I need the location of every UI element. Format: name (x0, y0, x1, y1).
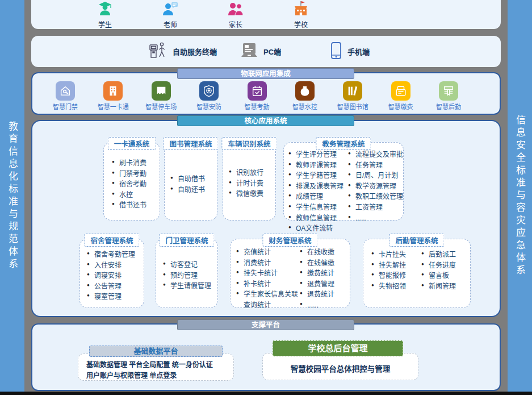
system-box-title: 宿舍管理系统 (84, 234, 139, 247)
system-box-title: 车辆识别系统 (221, 137, 277, 150)
terminal-mobile-label: 手机端 (347, 46, 370, 57)
left-standard-bar: 教育信息化标准与规范体系 (0, 0, 24, 392)
bottom-edge (0, 392, 532, 395)
core-panel: 一卡通系统 刷卡消费 门禁考勤 宿舍考勤 水控 借书还书 图书管理系统 自助借书… (31, 120, 501, 317)
list-item: 识别放行 (229, 168, 275, 178)
user-parents-label: 家长 (229, 19, 242, 29)
list-item: 任务进度 (421, 260, 470, 271)
terminals-panel: 自助服务终端 PC端 手机端 (31, 36, 501, 67)
list-item: 入住安排 (87, 260, 144, 271)
list-item: 寝室管理 (87, 292, 144, 302)
iot-payment: 智慧缴费 (378, 81, 424, 111)
system-box-academic: 教务管理系统 学生评分管理 教师评课管理 学生学籍管理 排课及课表管理 成绩管理… (283, 142, 404, 221)
list-item: 借书还书 (112, 200, 160, 211)
laptop-icon (240, 42, 259, 61)
system-box-vehicle: 车辆识别系统 识别放行 计时计费 微信缴费 (223, 142, 276, 221)
list-item: 门禁考勤 (112, 169, 160, 180)
base-data-platform-box: 基础数据管理 平台全局配置 统一身份认证 用户账户与权限管理 单点登录 (78, 354, 234, 381)
list-item: 工资管理 (348, 202, 403, 213)
user-parents: 家长 (216, 1, 255, 29)
iot-parking: 智慧停车场 (139, 81, 184, 111)
parking-icon (152, 81, 171, 101)
list-item: 消费统计 (236, 258, 300, 269)
list-item: 卡片挂失 (371, 250, 421, 260)
list-item: 教师评课管理 (288, 160, 348, 171)
logistics-icon (439, 81, 458, 101)
system-box-title: 一卡通系统 (108, 137, 156, 150)
school-admin-title: 学校总后台管理 (273, 340, 403, 356)
list-item: 刷卡消费 (112, 158, 160, 169)
iot-attendance: 智慧考勤 (234, 81, 280, 111)
list-item: 学生请假管理 (163, 281, 217, 292)
list-item: 失物招领 (371, 281, 421, 292)
list-item: 计时计费 (229, 178, 275, 189)
system-box-library: 图书管理系统 自助借书 自助还书 (164, 142, 217, 221)
payment-icon (391, 81, 410, 101)
list-item: 调寝安排 (87, 271, 144, 281)
user-school-label: 学校 (294, 19, 308, 29)
list-item: 新闻管理 (421, 281, 470, 292)
list-item: 充值统计 (236, 247, 300, 258)
user-teacher: 老师 (150, 1, 190, 29)
list-item: 学生评分管理 (288, 149, 348, 160)
list-item: OA文件流转 (288, 223, 348, 234)
terminal-kiosk-label: 自助服务终端 (173, 46, 217, 57)
list-item: 在线收缴 (300, 247, 349, 258)
list-item: 退费统计 (300, 289, 349, 300)
list-item: 挂失解挂 (371, 260, 421, 271)
list-item: 学生学籍管理 (288, 171, 348, 181)
support-panel: 基础数据平台 基础数据管理 平台全局配置 统一身份认证 用户账户与权限管理 单点… (31, 323, 501, 391)
right-standard-label: 信息安全标准与容灾应急体系 (515, 115, 525, 277)
system-box-title: 财务管理系统 (262, 234, 317, 247)
list-item: 预约管理 (163, 271, 217, 281)
user-school: 学校 (281, 1, 321, 29)
water-control-icon (295, 81, 315, 101)
iot-security: 智慧安防 (186, 81, 232, 111)
list-item: 教学资源管理 (348, 181, 403, 192)
list-item: 留言板 (421, 271, 470, 281)
teacher-icon (162, 1, 179, 19)
list-item: 水控 (112, 190, 160, 201)
left-standard-label: 教育信息化标准与规范体系 (7, 121, 17, 271)
list-item: 自助借书 (170, 174, 217, 185)
base-data-platform-title: 基础数据平台 (89, 346, 223, 357)
right-standard-bar: 信息安全标准与容灾应急体系 (508, 0, 532, 392)
list-item: 宿舍考勤管理 (87, 250, 144, 260)
iot-door-access-label: 智慧门禁 (53, 102, 78, 111)
iot-water-label: 智慧水控 (292, 102, 317, 111)
iot-attendance-label: 智慧考勤 (245, 102, 270, 111)
school-admin-box: 智慧校园平台总体把控与管理 (262, 353, 418, 380)
list-item: 缴费统计 (300, 268, 349, 279)
system-box-gate: 门卫管理系统 访客登记 预约管理 学生请假管理 (156, 239, 218, 308)
list-item: ...... (348, 213, 403, 224)
list-item: 自助还书 (170, 185, 217, 196)
iot-security-label: 智慧安防 (196, 102, 221, 111)
list-item: 日/周、月计划 (348, 171, 403, 181)
list-item: ...... (300, 300, 349, 311)
terminal-pc-label: PC端 (263, 46, 281, 57)
system-box-title: 门卫管理系统 (159, 234, 214, 247)
list-item: 在线催缴 (300, 258, 349, 269)
terminal-kiosk: 自助服务终端 (148, 40, 217, 63)
list-item: 学生信息管理 (288, 202, 348, 213)
terminal-mobile: 手机端 (329, 41, 370, 62)
iot-one-card-label: 智慧一卡通 (98, 102, 129, 111)
base-platform-line1: 基础数据管理 平台全局配置 统一身份认证 (86, 360, 233, 371)
iot-logistics-label: 智慧后勤 (436, 102, 461, 111)
iot-payment-label: 智慧缴费 (388, 102, 413, 111)
security-shield-icon (199, 81, 219, 101)
list-item: 教职工绩效管理 (348, 192, 403, 202)
list-item: 排课及课表管理 (288, 181, 348, 192)
list-item: 公告管理 (87, 281, 144, 292)
smart-campus-architecture-diagram: 教育信息化标准与规范体系 信息安全标准与容灾应急体系 学生 老师 家长 (0, 0, 532, 395)
list-item: 流程提交及审批 (348, 149, 403, 160)
user-teacher-label: 老师 (164, 19, 177, 29)
iot-door-access: 智慧门禁 (43, 81, 88, 111)
system-box-dormitory: 宿舍管理系统 宿舍考勤管理 入住安排 调寝安排 公告管理 寝室管理 (79, 239, 144, 308)
door-access-icon (56, 81, 75, 101)
system-box-one-card: 一卡通系统 刷卡消费 门禁考勤 宿舍考勤 水控 借书还书 (103, 142, 160, 221)
iot-logistics: 智慧后勤 (426, 81, 471, 111)
iot-library: 智慧图书馆 (330, 81, 375, 111)
kiosk-icon (148, 40, 168, 63)
list-item: 成绩管理 (288, 192, 348, 202)
